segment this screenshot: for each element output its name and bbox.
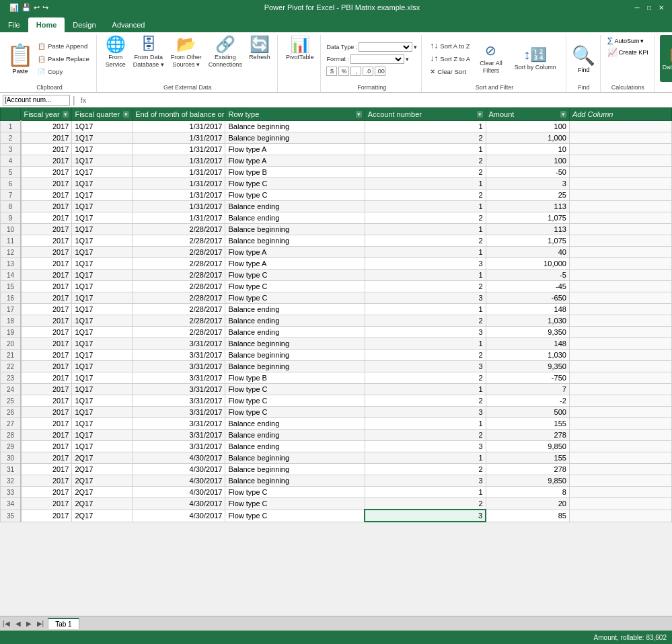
sort-za-button[interactable]: ↓↑ Sort Z to A xyxy=(427,52,473,65)
fiscal-quarter-cell[interactable]: 1Q17 xyxy=(72,247,133,258)
fiscal-year-cell[interactable]: 2017 xyxy=(21,155,72,167)
end-of-month-cell[interactable]: 2/28/2017 xyxy=(133,270,225,281)
fiscal-quarter-cell[interactable]: 1Q17 xyxy=(72,155,133,167)
minimize-button[interactable]: ─ xyxy=(632,3,642,12)
fiscal-quarter-filter-arrow[interactable]: ▾ xyxy=(123,111,129,118)
fiscal-year-cell[interactable]: 2017 xyxy=(21,452,72,464)
row-number-cell[interactable]: 6 xyxy=(1,178,21,190)
fiscal-year-cell[interactable]: 2017 xyxy=(21,224,72,235)
fiscal-year-cell[interactable]: 2017 xyxy=(21,315,72,327)
amount-cell[interactable]: 1,075 xyxy=(486,235,569,247)
fiscal-quarter-cell[interactable]: 1Q17 xyxy=(72,418,133,430)
add-column-cell[interactable] xyxy=(569,155,671,167)
row-number-cell[interactable]: 32 xyxy=(1,475,21,487)
fiscal-year-cell[interactable]: 2017 xyxy=(21,258,72,270)
amount-cell[interactable]: 40 xyxy=(486,247,569,258)
amount-cell[interactable]: 1,000 xyxy=(486,132,569,144)
row-type-cell[interactable]: Balance beginning xyxy=(225,452,365,464)
add-column-cell[interactable] xyxy=(569,384,671,395)
account-number-cell[interactable]: 3 xyxy=(365,407,486,418)
end-of-month-cell[interactable]: 3/31/2017 xyxy=(133,430,225,441)
fiscal-quarter-cell[interactable]: 2Q17 xyxy=(72,475,133,487)
amount-cell[interactable]: 7 xyxy=(486,384,569,395)
fiscal-quarter-cell[interactable]: 1Q17 xyxy=(72,281,133,292)
amount-cell[interactable]: 148 xyxy=(486,338,569,350)
fiscal-quarter-cell[interactable]: 1Q17 xyxy=(72,350,133,361)
row-type-cell[interactable]: Flow type B xyxy=(225,167,365,178)
fiscal-year-cell[interactable]: 2017 xyxy=(21,167,72,178)
row-type-cell[interactable]: Flow type C xyxy=(225,384,365,395)
add-column-cell[interactable] xyxy=(569,121,671,132)
fiscal-year-cell[interactable]: 2017 xyxy=(21,475,72,487)
add-column-cell[interactable] xyxy=(569,327,671,338)
end-of-month-cell[interactable]: 3/31/2017 xyxy=(133,350,225,361)
refresh-button[interactable]: 🔄 Refresh xyxy=(246,35,273,82)
copy-button[interactable]: 📄 Copy xyxy=(35,65,92,77)
add-column-cell[interactable] xyxy=(569,281,671,292)
row-number-cell[interactable]: 20 xyxy=(1,338,21,350)
row-type-cell[interactable]: Flow type C xyxy=(225,281,365,292)
account-number-cell[interactable]: 2 xyxy=(365,212,486,224)
row-number-cell[interactable]: 17 xyxy=(1,304,21,315)
end-of-month-cell[interactable]: 1/31/2017 xyxy=(133,178,225,190)
row-type-cell[interactable]: Balance ending xyxy=(225,212,365,224)
add-column-header[interactable]: Add Column xyxy=(569,108,671,121)
add-column-cell[interactable] xyxy=(569,475,671,487)
fiscal-quarter-cell[interactable]: 1Q17 xyxy=(72,372,133,384)
currency-button[interactable]: $ xyxy=(326,67,337,76)
row-type-cell[interactable]: Flow type C xyxy=(225,498,365,510)
row-type-cell[interactable]: Balance ending xyxy=(225,304,365,315)
fiscal-year-cell[interactable]: 2017 xyxy=(21,178,72,190)
sheet-tab-1[interactable]: Tab 1 xyxy=(48,618,79,629)
row-type-cell[interactable]: Flow type C xyxy=(225,190,365,201)
amount-cell[interactable]: 1,075 xyxy=(486,212,569,224)
row-number-cell[interactable]: 14 xyxy=(1,270,21,281)
fiscal-year-cell[interactable]: 2017 xyxy=(21,395,72,407)
account-number-cell[interactable]: 2 xyxy=(365,315,486,327)
amount-cell[interactable]: 148 xyxy=(486,304,569,315)
end-of-month-cell[interactable]: 2/28/2017 xyxy=(133,304,225,315)
add-column-cell[interactable] xyxy=(569,190,671,201)
row-type-cell[interactable]: Flow type C xyxy=(225,292,365,304)
fiscal-quarter-cell[interactable]: 1Q17 xyxy=(72,132,133,144)
row-number-cell[interactable]: 26 xyxy=(1,407,21,418)
end-of-month-cell[interactable]: 3/31/2017 xyxy=(133,441,225,452)
amount-cell[interactable]: 1,030 xyxy=(486,350,569,361)
row-number-cell[interactable]: 10 xyxy=(1,224,21,235)
sheet-nav-prev[interactable]: ◀ xyxy=(13,618,24,629)
row-type-cell[interactable]: Balance ending xyxy=(225,201,365,212)
amount-cell[interactable]: 155 xyxy=(486,452,569,464)
row-type-cell[interactable]: Balance beginning xyxy=(225,121,365,132)
row-type-cell[interactable]: Balance ending xyxy=(225,418,365,430)
row-type-cell[interactable]: Balance beginning xyxy=(225,464,365,475)
fiscal-quarter-cell[interactable]: 1Q17 xyxy=(72,384,133,395)
fiscal-quarter-cell[interactable]: 1Q17 xyxy=(72,201,133,212)
end-of-month-cell[interactable]: 1/31/2017 xyxy=(133,190,225,201)
fiscal-year-cell[interactable]: 2017 xyxy=(21,132,72,144)
row-type-filter-arrow[interactable]: ▾ xyxy=(356,111,362,118)
add-column-cell[interactable] xyxy=(569,452,671,464)
fiscal-year-cell[interactable]: 2017 xyxy=(21,464,72,475)
row-number-cell[interactable]: 18 xyxy=(1,315,21,327)
row-number-cell[interactable]: 9 xyxy=(1,212,21,224)
end-of-month-cell[interactable]: 3/31/2017 xyxy=(133,418,225,430)
row-number-cell[interactable]: 16 xyxy=(1,292,21,304)
end-of-month-cell[interactable]: 1/31/2017 xyxy=(133,132,225,144)
row-number-cell[interactable]: 2 xyxy=(1,132,21,144)
end-of-month-cell[interactable]: 3/31/2017 xyxy=(133,361,225,372)
add-column-cell[interactable] xyxy=(569,464,671,475)
account-number-cell[interactable]: 1 xyxy=(365,178,486,190)
fiscal-year-cell[interactable]: 2017 xyxy=(21,430,72,441)
add-column-cell[interactable] xyxy=(569,395,671,407)
account-number-cell[interactable]: 1 xyxy=(365,201,486,212)
add-column-cell[interactable] xyxy=(569,441,671,452)
amount-cell[interactable]: -750 xyxy=(486,372,569,384)
row-type-cell[interactable]: Balance beginning xyxy=(225,224,365,235)
end-of-month-cell[interactable]: 2/28/2017 xyxy=(133,292,225,304)
fiscal-quarter-header[interactable]: Fiscal quarter▾ xyxy=(72,108,133,121)
row-type-cell[interactable]: Flow type A xyxy=(225,247,365,258)
amount-cell[interactable]: 113 xyxy=(486,201,569,212)
account-number-cell[interactable]: 2 xyxy=(365,132,486,144)
fiscal-year-cell[interactable]: 2017 xyxy=(21,418,72,430)
amount-cell[interactable]: -5 xyxy=(486,270,569,281)
